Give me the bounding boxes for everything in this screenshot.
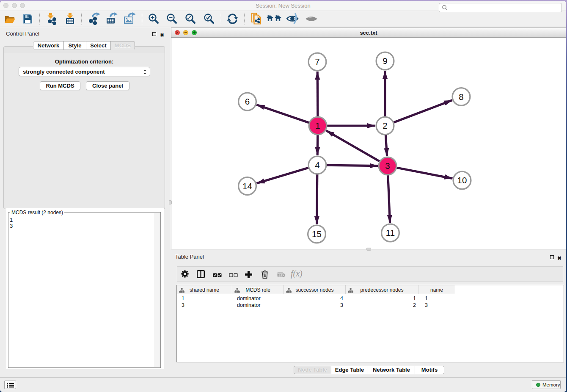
svg-text:10: 10 [457,175,467,185]
svg-text:6: 6 [245,97,250,106]
svg-text:14: 14 [242,181,252,191]
svg-text:9: 9 [383,56,387,66]
svg-text:8: 8 [459,92,463,102]
svg-text:3: 3 [385,161,390,171]
svg-text:11: 11 [386,228,395,237]
svg-text:7: 7 [315,57,319,66]
svg-text:4: 4 [315,160,319,170]
svg-text:1: 1 [315,121,320,130]
svg-text:2: 2 [383,121,387,130]
svg-text:15: 15 [312,229,322,239]
